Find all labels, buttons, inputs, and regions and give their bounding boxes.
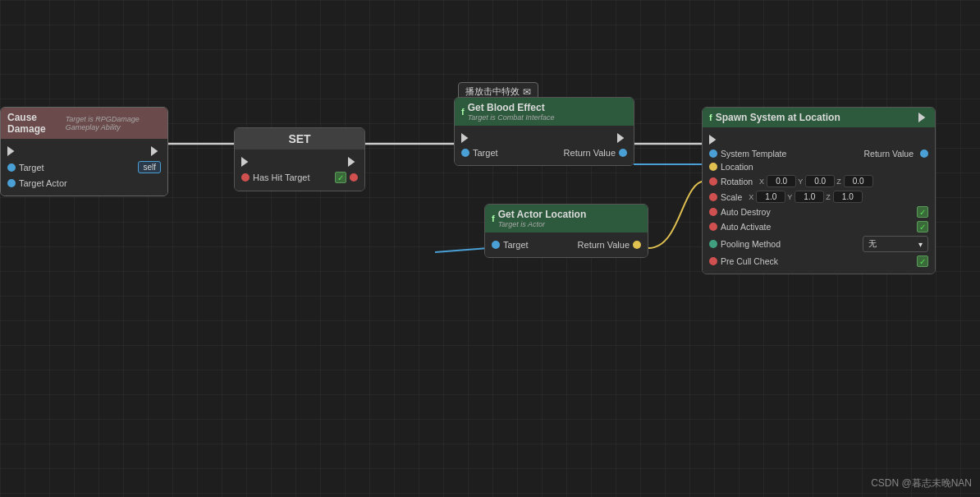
actor-target-label: Target <box>503 240 565 250</box>
actor-location-header: f Get Actor Location Target is Actor <box>485 205 648 232</box>
node-set[interactable]: SET Has Hit Target ✓ <box>234 127 365 191</box>
rotation-z[interactable] <box>844 175 873 187</box>
set-title: SET <box>288 132 310 145</box>
spawn-title: Spawn System at Location <box>716 112 840 123</box>
blood-target-label: Target <box>473 148 543 158</box>
exec-in-pin[interactable] <box>7 146 17 156</box>
spawn-location-row: Location <box>703 160 935 173</box>
scale-pin[interactable] <box>709 193 717 201</box>
blood-effect-body: Target Return Value <box>455 126 634 165</box>
pre-cull-checkbox[interactable]: ✓ <box>917 255 928 267</box>
spawn-exec-row <box>703 132 935 147</box>
spawn-body: System Template Return Value Location Ro… <box>703 127 935 274</box>
popup-icon: ✉ <box>523 86 531 98</box>
target-actor-pin[interactable] <box>7 179 16 187</box>
auto-destroy-checkbox[interactable]: ✓ <box>917 206 928 218</box>
scale-z[interactable] <box>833 191 863 203</box>
location-label: Location <box>721 162 753 172</box>
blood-effect-title: Get Blood Effect <box>468 102 555 113</box>
set-exec-out[interactable] <box>348 157 358 167</box>
actor-return-pin[interactable] <box>633 241 641 249</box>
auto-activate-label: Auto Activate <box>721 222 914 232</box>
actor-target-pin[interactable] <box>492 241 500 249</box>
actor-location-body: Target Return Value <box>485 232 648 257</box>
rotation-y[interactable] <box>805 175 835 187</box>
cause-damage-title: Cause Damage <box>7 112 59 135</box>
pre-cull-row: Pre Cull Check ✓ <box>703 254 935 269</box>
blood-return-pin[interactable] <box>619 149 627 157</box>
spawn-header: f Spawn System at Location <box>703 108 935 127</box>
actor-target-row: Target Return Value <box>485 237 648 252</box>
pooling-value: 无 <box>868 238 877 250</box>
has-hit-target-row: Has Hit Target ✓ <box>235 169 364 186</box>
node-spawn-system[interactable]: f Spawn System at Location System Templa… <box>702 107 936 274</box>
blood-exec-row <box>455 131 634 145</box>
auto-destroy-pin[interactable] <box>709 208 717 216</box>
target-actor-label: Target Actor <box>19 178 161 188</box>
auto-destroy-row: Auto Destroy ✓ <box>703 205 935 219</box>
return-value-label: Return Value <box>863 149 914 159</box>
pre-cull-label: Pre Cull Check <box>721 256 914 266</box>
system-template-pin[interactable] <box>709 150 717 158</box>
scale-y[interactable] <box>795 191 824 203</box>
node-blood-effect[interactable]: f Get Blood Effect Target is Combat Inte… <box>454 97 634 166</box>
actor-location-subtitle: Target is Actor <box>498 220 587 228</box>
rotation-x[interactable] <box>767 175 796 187</box>
exec-out-pin[interactable] <box>151 146 161 156</box>
set-header: SET <box>235 128 364 150</box>
actor-location-title: Get Actor Location <box>498 209 587 220</box>
watermark: CSDN @暮志未晚NAN <box>871 476 972 490</box>
node-actor-location[interactable]: f Get Actor Location Target is Actor Tar… <box>484 204 648 258</box>
scale-label: Scale <box>721 192 742 202</box>
scale-inputs: X Y Z <box>749 191 863 203</box>
spawn-system-template-row: System Template Return Value <box>703 147 935 160</box>
has-hit-out-pin[interactable] <box>350 173 358 182</box>
auto-activate-pin[interactable] <box>709 223 717 231</box>
pooling-pin[interactable] <box>709 240 717 248</box>
set-exec-in[interactable] <box>241 157 251 167</box>
set-exec-row <box>235 154 364 169</box>
cause-damage-subtitle: Target is RPGDamage Gameplay Ability <box>66 115 161 131</box>
scale-x[interactable] <box>756 191 785 203</box>
return-value-pin[interactable] <box>920 150 928 158</box>
cause-damage-body: Target self Target Actor <box>1 139 167 196</box>
popup-text: 播放击中特效 <box>465 85 520 98</box>
has-hit-pin[interactable] <box>241 173 250 182</box>
blood-exec-in[interactable] <box>461 133 471 143</box>
blood-effect-subtitle: Target is Combat Interface <box>468 113 555 122</box>
blood-return-label: Return Value <box>546 148 616 158</box>
spawn-exec-in[interactable] <box>709 135 719 145</box>
has-hit-label: Has Hit Target <box>253 173 332 182</box>
auto-activate-checkbox[interactable]: ✓ <box>917 221 928 232</box>
target-pin[interactable] <box>7 163 16 172</box>
pooling-method-row: Pooling Method 无 ▾ <box>703 234 935 254</box>
rotation-inputs: X Y Z <box>759 175 873 187</box>
spawn-func-prefix: f <box>709 113 712 122</box>
dropdown-chevron: ▾ <box>918 240 923 249</box>
blood-target-row: Target Return Value <box>455 145 634 160</box>
pre-cull-pin[interactable] <box>709 257 717 265</box>
blood-target-pin[interactable] <box>461 149 469 157</box>
rotation-label: Rotation <box>721 177 753 186</box>
blood-exec-out[interactable] <box>617 133 627 143</box>
blood-effect-header: f Get Blood Effect Target is Combat Inte… <box>455 98 634 126</box>
set-body: Has Hit Target ✓ <box>235 150 364 191</box>
has-hit-checkbox[interactable]: ✓ <box>335 172 346 183</box>
pooling-label: Pooling Method <box>721 239 859 249</box>
spawn-rotation-row: Rotation X Y Z <box>703 173 935 189</box>
node-cause-damage-header: Cause Damage Target is RPGDamage Gamepla… <box>1 108 167 139</box>
spawn-scale-row: Scale X Y Z <box>703 189 935 205</box>
rotation-pin[interactable] <box>709 177 717 186</box>
target-value: self <box>138 161 161 173</box>
target-label: Target <box>19 163 135 173</box>
node-cause-damage[interactable]: Cause Damage Target is RPGDamage Gamepla… <box>0 107 168 196</box>
spawn-exec-out[interactable] <box>918 113 928 122</box>
exec-row <box>1 144 167 159</box>
pooling-dropdown[interactable]: 无 ▾ <box>863 236 928 252</box>
target-row: Target self <box>1 159 167 176</box>
auto-activate-row: Auto Activate ✓ <box>703 219 935 234</box>
auto-destroy-label: Auto Destroy <box>721 207 914 217</box>
location-pin[interactable] <box>709 163 717 171</box>
target-actor-row: Target Actor <box>1 176 167 191</box>
actor-return-label: Return Value <box>568 240 630 250</box>
